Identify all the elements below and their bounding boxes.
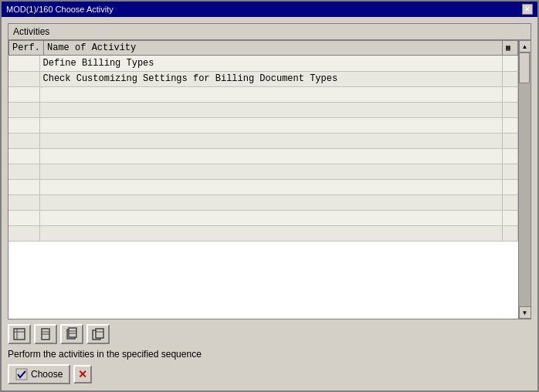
cell-icon <box>503 225 518 241</box>
table-scroll: Perf. Name of Activity ▦ <box>8 40 518 319</box>
cell-perf <box>8 148 39 164</box>
cell-icon <box>503 102 518 117</box>
cell-name <box>39 164 503 179</box>
table-row[interactable] <box>8 102 518 117</box>
tool-button-4[interactable] <box>86 324 110 344</box>
cell-perf <box>8 225 39 241</box>
col-header-icon: ▦ <box>503 41 518 56</box>
table-row[interactable]: Check Customizing Settings for Billing D… <box>8 71 518 86</box>
scroll-track[interactable] <box>519 52 531 306</box>
cancel-icon: ✕ <box>78 368 87 380</box>
table-header: Perf. Name of Activity ▦ <box>9 41 518 56</box>
cancel-button[interactable]: ✕ <box>73 365 92 384</box>
cell-perf <box>8 102 39 117</box>
tool-button-1[interactable] <box>8 324 31 344</box>
activities-label: Activities <box>8 24 531 40</box>
cell-name <box>39 133 503 148</box>
cell-name <box>39 86 503 102</box>
cell-icon <box>503 117 518 133</box>
cell-name <box>39 225 503 241</box>
cell-icon <box>503 148 518 164</box>
table-row[interactable] <box>8 148 518 164</box>
cell-name <box>39 117 503 133</box>
tool-icon-4 <box>91 327 105 341</box>
toolbar-row <box>8 324 531 344</box>
activities-table: Perf. Name of Activity ▦ <box>8 40 518 56</box>
main-window: MOD(1)/160 Choose Activity ✕ Activities … <box>0 0 539 392</box>
cell-perf <box>8 71 39 86</box>
title-bar: MOD(1)/160 Choose Activity ✕ <box>2 2 537 17</box>
bottom-section: Perform the activities in the specified … <box>8 324 531 384</box>
svg-rect-0 <box>14 329 25 340</box>
cell-icon <box>503 133 518 148</box>
cell-name: Check Customizing Settings for Billing D… <box>39 71 503 86</box>
cell-icon <box>503 210 518 225</box>
svg-rect-11 <box>96 329 103 338</box>
scroll-thumb[interactable] <box>519 52 530 83</box>
table-row[interactable] <box>8 194 518 210</box>
cell-name <box>39 148 503 164</box>
col-header-perf: Perf. <box>9 41 44 56</box>
tool-button-2[interactable] <box>34 324 57 344</box>
cell-perf <box>8 133 39 148</box>
title-bar-buttons: ✕ <box>522 4 533 15</box>
window-title: MOD(1)/160 Choose Activity <box>6 5 114 14</box>
tool-button-3[interactable] <box>60 324 83 344</box>
table-body-container[interactable]: Define Billing Types Check Customizing S… <box>8 56 518 319</box>
cell-perf <box>8 164 39 179</box>
choose-icon <box>15 368 28 380</box>
cell-perf <box>8 194 39 210</box>
cell-name: Define Billing Types <box>39 56 503 71</box>
vertical-scrollbar[interactable]: ▲ ▼ <box>518 40 531 319</box>
close-button[interactable]: ✕ <box>522 4 533 15</box>
tool-icon-1 <box>12 327 26 341</box>
choose-button[interactable]: Choose <box>8 364 70 384</box>
cell-perf <box>8 210 39 225</box>
cell-name <box>39 179 503 194</box>
cell-name <box>39 102 503 117</box>
scroll-down-button[interactable]: ▼ <box>519 306 531 319</box>
table-row[interactable] <box>8 210 518 225</box>
cell-perf <box>8 56 39 71</box>
col-header-name: Name of Activity <box>44 41 503 56</box>
table-body: Define Billing Types Check Customizing S… <box>8 56 518 241</box>
scroll-up-button[interactable]: ▲ <box>519 40 531 52</box>
cell-perf <box>8 117 39 133</box>
table-row[interactable] <box>8 225 518 241</box>
status-text: Perform the activities in the specified … <box>8 349 531 360</box>
checkmark-icon <box>15 368 28 380</box>
activities-panel: Activities Perf. Name of Activity <box>8 23 531 319</box>
cell-name <box>39 194 503 210</box>
tool-icon-3 <box>65 327 79 341</box>
tool-icon-2 <box>39 327 53 341</box>
table-row[interactable] <box>8 133 518 148</box>
activities-data-table: Define Billing Types Check Customizing S… <box>8 56 518 242</box>
cell-icon <box>503 179 518 194</box>
table-row[interactable] <box>8 164 518 179</box>
table-row[interactable] <box>8 179 518 194</box>
choose-label: Choose <box>31 369 63 380</box>
window-body: Activities Perf. Name of Activity <box>2 17 537 390</box>
action-row: Choose ✕ <box>8 364 531 384</box>
cell-icon <box>503 194 518 210</box>
table-row[interactable]: Define Billing Types <box>8 56 518 71</box>
cell-icon <box>503 71 518 86</box>
table-row[interactable] <box>8 117 518 133</box>
svg-rect-7 <box>69 328 76 337</box>
cell-icon <box>503 164 518 179</box>
cell-perf <box>8 86 39 102</box>
cell-name <box>39 210 503 225</box>
cell-icon <box>503 86 518 102</box>
cell-perf <box>8 179 39 194</box>
table-row[interactable] <box>8 86 518 102</box>
table-container: Perf. Name of Activity ▦ <box>8 40 531 319</box>
cell-icon <box>503 56 518 71</box>
